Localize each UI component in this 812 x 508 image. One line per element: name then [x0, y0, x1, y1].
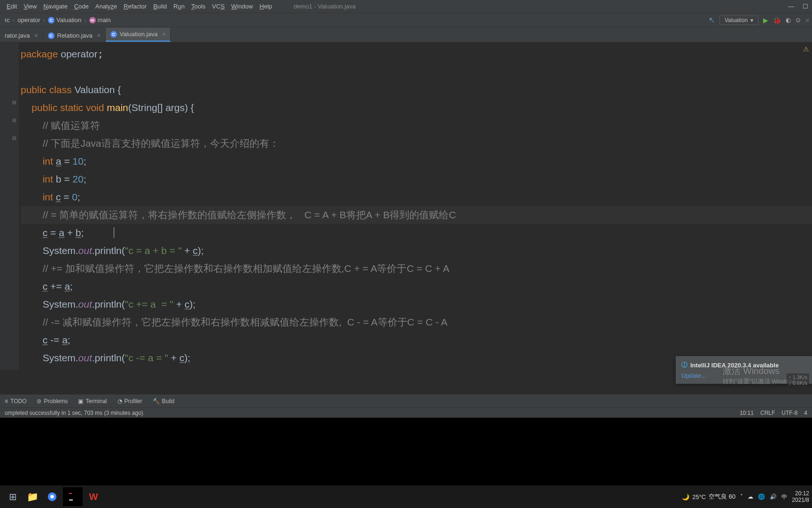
hammer-icon: 🔨: [153, 398, 160, 405]
tab-operator-java[interactable]: rator.java ×: [0, 29, 43, 42]
class-icon: C: [48, 32, 55, 39]
menu-refactor[interactable]: Refactor: [121, 2, 149, 11]
navigation-bar: rc › operator › CValuation › mmain ↖ Val…: [0, 13, 812, 27]
weather-widget[interactable]: 🌙 25°C 空气良 60: [682, 492, 735, 501]
tray-network-icon[interactable]: 🌐: [758, 493, 765, 500]
debug-button[interactable]: 🐞: [773, 16, 781, 24]
profiler-tool[interactable]: ◔Profiler: [117, 398, 142, 405]
update-link[interactable]: Update...: [681, 372, 706, 379]
weather-text: 空气良 60: [709, 492, 735, 501]
tray-volume-icon[interactable]: 🔊: [770, 493, 777, 500]
fold-icon[interactable]: ⊟: [12, 100, 16, 105]
fold-icon[interactable]: ⊟: [12, 118, 16, 123]
menu-edit[interactable]: Edit: [4, 2, 20, 11]
nav-back-icon[interactable]: ↖: [709, 16, 715, 24]
close-icon[interactable]: ×: [34, 32, 38, 39]
tab-valuation-java[interactable]: C Valuation.java ×: [106, 28, 171, 42]
window-controls: — ☐: [788, 3, 808, 10]
menu-navigate[interactable]: Navigate: [40, 2, 70, 11]
crumb-sep-icon: ›: [84, 16, 86, 24]
code-editor[interactable]: package operator; public class Valuation…: [19, 42, 812, 370]
run-config-label: Valuation: [725, 17, 748, 24]
notification-title: IntelliJ IDEA 2020.3.4 available: [690, 362, 779, 369]
breadcrumb-src[interactable]: rc: [3, 16, 12, 24]
caret-position[interactable]: 10:11: [740, 410, 754, 416]
coverage-icon[interactable]: ◐: [786, 16, 791, 24]
editor-area: ▶ ▶ ⊟ ⊟ ⊟ package operator; public class…: [0, 42, 812, 370]
warning-icon: ⊘: [37, 398, 41, 405]
tab-relation-java[interactable]: C Relation.java ×: [43, 29, 106, 42]
minimize-icon[interactable]: —: [788, 3, 794, 10]
list-icon: ≡: [5, 398, 8, 405]
problems-tool[interactable]: ⊘Problems: [37, 398, 68, 405]
profiler-icon: ◔: [117, 398, 122, 405]
system-clock[interactable]: 20:12 2021/8: [792, 490, 809, 503]
menu-window[interactable]: Window: [228, 2, 256, 11]
run-button[interactable]: ▶: [763, 16, 768, 24]
class-icon: C: [110, 31, 117, 38]
close-icon[interactable]: ×: [97, 32, 101, 39]
tool-window-bar: ≡TODO ⊘Problems ▣Terminal ◔Profiler 🔨Bui…: [0, 394, 812, 407]
tray-ime[interactable]: 中: [781, 493, 787, 501]
todo-tool[interactable]: ≡TODO: [5, 398, 26, 405]
maximize-icon[interactable]: ☐: [803, 3, 808, 10]
build-tool[interactable]: 🔨Build: [153, 398, 175, 405]
moon-icon: 🌙: [682, 493, 689, 500]
crumb-sep-icon: ›: [43, 16, 45, 24]
file-explorer-icon[interactable]: 📁: [23, 487, 42, 506]
menu-build[interactable]: Build: [150, 2, 170, 11]
method-icon: m: [89, 17, 96, 24]
menu-help[interactable]: Help: [257, 2, 275, 11]
run-config-selector[interactable]: Valuation ▾: [719, 16, 758, 25]
svg-rect-3: [69, 493, 72, 494]
line-separator[interactable]: CRLF: [760, 410, 775, 416]
start-button[interactable]: ⊞: [3, 487, 23, 506]
editor-gutter[interactable]: ▶ ▶ ⊟ ⊟ ⊟: [0, 42, 19, 370]
chevron-down-icon: ▾: [750, 17, 753, 24]
text-caret: [114, 227, 117, 238]
class-icon: C: [48, 17, 55, 24]
warning-icon[interactable]: ⚠: [803, 45, 809, 53]
fold-icon[interactable]: ⊟: [12, 135, 16, 141]
close-icon[interactable]: ×: [162, 31, 165, 38]
info-icon: ⓘ: [681, 361, 687, 369]
wps-icon[interactable]: W: [84, 487, 103, 506]
network-speed-overlay: ↑ 1.3K/s ↓ 0.6K/s: [787, 373, 809, 387]
profiler-icon[interactable]: ⊙: [796, 16, 801, 24]
title-bar: Edit View Navigate Code Analyze Refactor…: [0, 0, 812, 13]
breadcrumb-package[interactable]: operator: [16, 16, 42, 24]
chrome-icon[interactable]: [42, 487, 62, 506]
menu-vcs[interactable]: VCS: [209, 2, 227, 11]
intellij-icon[interactable]: [63, 487, 83, 506]
tab-label: Valuation.java: [120, 31, 158, 38]
file-encoding[interactable]: UTF-8: [781, 410, 797, 416]
stop-button[interactable]: ■: [805, 16, 809, 24]
breadcrumb-method[interactable]: mmain: [87, 16, 113, 24]
clock-date: 2021/8: [792, 497, 809, 503]
clock-time: 20:12: [792, 490, 809, 497]
toolbar-right: ↖ Valuation ▾ ▶ 🐞 ◐ ⊙ ■: [709, 16, 809, 25]
menu-code[interactable]: Code: [71, 2, 92, 11]
window-title: demo1 - Valuation.java: [294, 3, 356, 10]
breadcrumb-class[interactable]: CValuation: [46, 16, 83, 24]
menu-view[interactable]: View: [21, 2, 39, 11]
svg-point-1: [50, 495, 54, 498]
menu-analyze[interactable]: Analyze: [93, 2, 120, 11]
status-bar: ompleted successfully in 1 sec, 703 ms (…: [0, 407, 812, 418]
terminal-tool[interactable]: ▣Terminal: [78, 398, 107, 405]
indent-size[interactable]: 4: [804, 410, 807, 416]
svg-rect-4: [69, 500, 73, 500]
main-menu: Edit View Navigate Code Analyze Refactor…: [4, 2, 275, 11]
tray-chevron-icon[interactable]: ˄: [740, 493, 743, 500]
crumb-sep-icon: ›: [13, 16, 15, 24]
tab-label: Relation.java: [57, 32, 93, 39]
menu-run[interactable]: Run: [171, 2, 187, 11]
tray-onedrive-icon[interactable]: ☁: [748, 493, 753, 500]
notification-title-row: ⓘ IntelliJ IDEA 2020.3.4 available: [681, 361, 806, 369]
status-message: ompleted successfully in 1 sec, 703 ms (…: [5, 410, 143, 416]
blank-area: [0, 418, 812, 485]
editor-tabs: rator.java × C Relation.java × C Valuati…: [0, 27, 812, 42]
menu-tools[interactable]: Tools: [188, 2, 208, 11]
weather-temp: 25°C: [692, 493, 706, 500]
tab-label: rator.java: [5, 32, 30, 39]
